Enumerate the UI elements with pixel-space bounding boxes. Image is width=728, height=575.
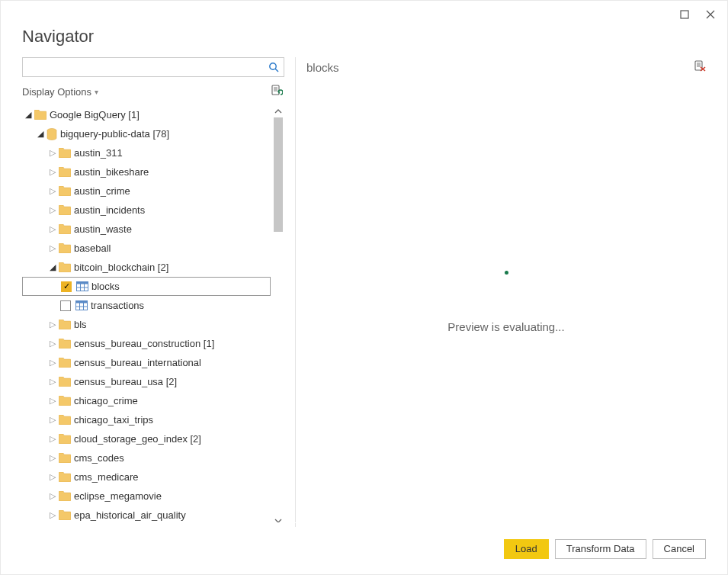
expander-icon[interactable]: ▷ [48, 320, 57, 329]
preview-pane: blocks Preview is evaluating... [306, 57, 706, 527]
tree-node-dataset[interactable]: ▷cloud_storage_geo_index [2] [22, 429, 271, 448]
tree-label: epa_historical_air_quality [74, 509, 186, 521]
scroll-up-icon[interactable] [272, 105, 284, 117]
expander-icon[interactable]: ▷ [48, 224, 57, 234]
loading-spinner-icon [505, 271, 508, 275]
tree-node-dataset[interactable]: ▷bls [22, 315, 271, 334]
display-options-dropdown[interactable]: Display Options ▾ [22, 86, 98, 98]
folder-icon [59, 224, 71, 234]
tree-label: chicago_taxi_trips [74, 414, 153, 426]
expander-icon[interactable]: ▷ [48, 491, 57, 501]
tree-label: census_bureau_international [74, 357, 201, 368]
svg-rect-0 [681, 11, 688, 18]
tree-label: bls [74, 319, 87, 330]
tree-node-dataset[interactable]: ▷baseball [22, 239, 271, 258]
folder-icon [59, 167, 71, 177]
folder-icon [59, 510, 71, 520]
tree-node-dataset[interactable]: ▷cms_medicare [22, 467, 271, 487]
svg-rect-8 [77, 282, 88, 284]
tree-label: census_bureau_construction [1] [74, 338, 214, 349]
tree-node-table[interactable]: ✓blocks [22, 277, 271, 296]
divider [295, 57, 296, 527]
tree-node-dataset[interactable]: ▷eclipse_megamovie [22, 487, 271, 506]
folder-icon [59, 205, 71, 215]
display-options-label: Display Options [22, 86, 91, 98]
expander-icon[interactable]: ▷ [48, 205, 57, 215]
cancel-button[interactable]: Cancel [653, 539, 706, 559]
expander-icon[interactable]: ◢ [48, 262, 57, 272]
folder-icon [59, 186, 71, 196]
tree-node-dataset-open[interactable]: ◢ bitcoin_blockchain [2] [22, 258, 271, 277]
tree-label: bigquery-public-data [78] [60, 128, 169, 140]
search-box[interactable] [22, 57, 284, 77]
expander-icon[interactable]: ▷ [48, 339, 57, 349]
checkbox[interactable] [60, 300, 71, 311]
checkbox[interactable]: ✓ [61, 281, 72, 292]
expander-icon[interactable]: ▷ [48, 434, 57, 444]
svg-rect-13 [76, 301, 88, 304]
left-pane: Display Options ▾ ◢ Google [22, 57, 284, 527]
dialog-title: Navigator [1, 27, 727, 47]
expander-icon[interactable]: ▷ [48, 415, 57, 425]
tree-node-dataset[interactable]: ▷austin_bikeshare [22, 162, 271, 181]
tree-label: cms_codes [74, 452, 124, 464]
expander-icon[interactable]: ▷ [48, 396, 57, 406]
tree-node-root[interactable]: ◢ Google BigQuery [1] [22, 105, 271, 124]
close-button[interactable] [701, 5, 720, 24]
tree-node-dataset[interactable]: ▷census_bureau_international [22, 353, 271, 372]
folder-icon [59, 339, 71, 349]
expander-icon[interactable]: ▷ [48, 377, 57, 387]
tree-node-dataset[interactable]: ▷census_bureau_usa [2] [22, 372, 271, 391]
tree-label: austin_bikeshare [74, 166, 149, 178]
tree-node-dataset[interactable]: ▷austin_crime [22, 181, 271, 201]
tree-node-dataset[interactable]: ▷austin_311 [22, 143, 271, 162]
search-input[interactable] [23, 62, 264, 73]
chevron-down-icon: ▾ [95, 88, 98, 96]
tree-node-dataset[interactable]: ▷cms_codes [22, 448, 271, 467]
expander-icon[interactable]: ▷ [48, 510, 57, 520]
maximize-button[interactable] [675, 5, 694, 24]
scroll-thumb[interactable] [274, 117, 283, 232]
expander-icon[interactable]: ▷ [48, 243, 57, 253]
folder-icon [59, 243, 71, 253]
folder-icon [59, 377, 71, 387]
tree-label: cloud_storage_geo_index [2] [74, 433, 201, 445]
search-icon[interactable] [264, 62, 284, 72]
tree-label: eclipse_megamovie [74, 490, 162, 502]
navigator-dialog: Navigator Display Options ▾ [0, 0, 728, 575]
table-icon [75, 300, 88, 310]
tree-node-dataset[interactable]: ▷chicago_taxi_trips [22, 410, 271, 429]
expander-icon[interactable]: ▷ [48, 148, 57, 158]
tree-node-dataset[interactable]: ▷census_bureau_construction [1] [22, 334, 271, 353]
dialog-footer: Load Transform Data Cancel [1, 522, 727, 574]
svg-line-4 [275, 69, 278, 72]
expander-icon[interactable]: ▷ [48, 167, 57, 177]
refresh-icon[interactable] [271, 85, 283, 99]
tree-label: austin_crime [74, 185, 130, 197]
database-icon [47, 128, 57, 140]
clear-preview-icon[interactable] [694, 60, 706, 75]
tree-node-project[interactable]: ◢ bigquery-public-data [78] [22, 124, 271, 143]
folder-icon [59, 472, 71, 482]
tree-node-dataset[interactable]: ▷austin_waste [22, 220, 271, 239]
scrollbar[interactable] [272, 105, 284, 527]
svg-point-3 [270, 63, 276, 69]
load-button[interactable]: Load [504, 539, 549, 559]
expander-icon[interactable]: ▷ [48, 453, 57, 463]
expander-icon[interactable]: ◢ [36, 129, 45, 139]
tree-view[interactable]: ◢ Google BigQuery [1] ◢ bigquery-pu [22, 105, 284, 527]
tree-label: transactions [91, 300, 144, 311]
tree-label: austin_incidents [74, 204, 145, 216]
expander-icon[interactable]: ▷ [48, 472, 57, 482]
folder-icon [59, 320, 71, 329]
expander-icon[interactable]: ▷ [48, 358, 57, 368]
transform-data-button[interactable]: Transform Data [555, 539, 646, 559]
tree-label: Google BigQuery [1] [50, 109, 140, 120]
tree-label: bitcoin_blockchain [2] [74, 262, 168, 273]
tree-node-dataset[interactable]: ▷austin_incidents [22, 201, 271, 220]
expander-icon[interactable]: ▷ [48, 186, 57, 196]
tree-node-table[interactable]: transactions [22, 296, 271, 315]
tree-node-dataset[interactable]: ▷chicago_crime [22, 391, 271, 410]
scroll-track[interactable] [272, 117, 284, 515]
expander-icon[interactable]: ◢ [24, 110, 33, 120]
